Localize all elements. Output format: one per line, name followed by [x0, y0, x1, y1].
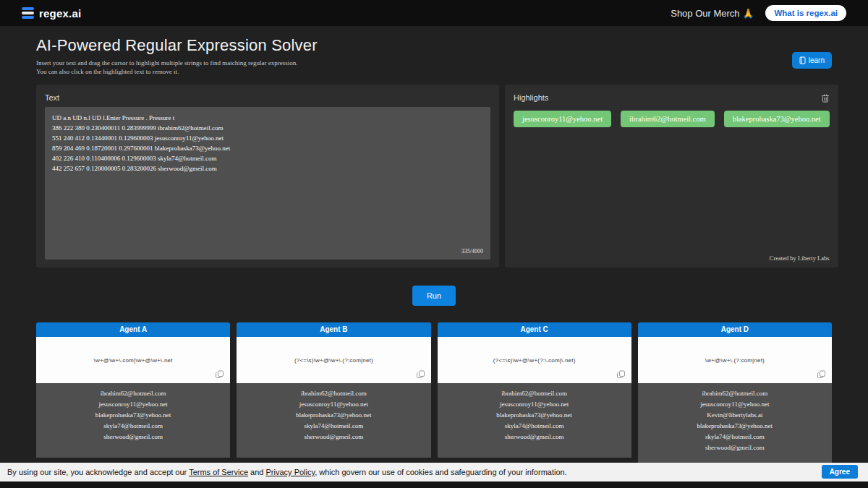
highlights-panel: Highlights jesusconroy11@yehoo.net ibrah… [505, 85, 838, 267]
highlights-panel-label: Highlights [514, 93, 548, 102]
match-result: skyla74@hotmeil.com [638, 432, 832, 442]
match-result: jesusconroy11@yehoo.net [237, 399, 430, 410]
agent-card-c: Agent C (?<=\s)\w+@\w+(?:\.com|\.net) ib… [438, 322, 631, 458]
agent-d-results: ibrahim62@hotmeil.com jesusconroy11@yeho… [638, 383, 832, 468]
logo-text: regex.ai [39, 7, 81, 20]
match-result: ibrahim62@hotmeil.com [438, 388, 631, 399]
run-row: Run [0, 286, 868, 306]
agent-b-results: ibrahim62@hotmeil.com jesusconroy11@yeho… [237, 383, 430, 458]
match-result: blakeprohaska73@yehoo.net [237, 410, 430, 421]
regex-ai-logo-icon [22, 7, 34, 19]
learn-button-label: learn [809, 56, 825, 64]
agent-d-regex: \w+@\w+\.(?:com|net) [705, 357, 765, 364]
bottom-strip [0, 481, 868, 488]
main-panels: Text UD a.n UD n.l UD l.Enter Pressure .… [36, 85, 832, 267]
agent-a-results: ibrahim62@hotmeil.com jesusconroy11@yeho… [36, 383, 230, 458]
highlight-chips: jesusconroy11@yehoo.net ibrahim62@hotmei… [514, 111, 830, 127]
intro-section: AI-Powered Regular Expression Solver Ins… [0, 26, 868, 76]
copy-regex-button[interactable] [817, 370, 826, 379]
topbar: regex.ai Shop Our Merch 🙏 What is regex.… [0, 0, 868, 26]
match-result: ibrahim62@hotmeil.com [36, 388, 230, 399]
clear-highlights-button[interactable] [821, 93, 830, 103]
text-line: 442 252 657 0.120000005 0.283200026 sher… [52, 163, 483, 174]
cookie-text: By using our site, you acknowledge and a… [7, 468, 567, 476]
match-result: skyla74@hotmeil.com [438, 421, 631, 432]
match-result: sherwood@gmeil.com [36, 432, 230, 442]
agent-b-regex: (?<=\s)\w+@\w+\.(?:com|net) [294, 357, 373, 364]
agent-d-regex-area: \w+@\w+\.(?:com|net) [638, 337, 832, 383]
copy-regex-button[interactable] [216, 370, 224, 379]
match-result: ibrahim62@hotmeil.com [638, 388, 832, 399]
agent-a-regex-area: \w+@\w+\.com|\w+@\w+\.net [36, 337, 230, 383]
text-line: 386 222 380 0.230400011 0.283999999 ibra… [52, 123, 483, 133]
cookie-text-after: , which govern our use of cookies and sa… [315, 468, 567, 476]
match-result: jesusconroy11@yehoo.net [638, 399, 832, 410]
agent-c-results: ibrahim62@hotmeil.com jesusconroy11@yeho… [438, 383, 631, 458]
match-result: Kevin@libertylabs.ai [638, 410, 832, 421]
text-line: 859 204 469 0.18720001 0.297600001 blake… [52, 143, 483, 153]
agent-a-title: Agent A [36, 322, 230, 337]
agent-b-title: Agent B [237, 322, 430, 337]
match-result: jesusconroy11@yehoo.net [438, 399, 631, 410]
topbar-right: Shop Our Merch 🙏 What is regex.ai [671, 5, 846, 21]
copy-regex-button[interactable] [617, 370, 626, 379]
match-result: sherwood@gmeil.com [638, 442, 832, 453]
text-input[interactable]: UD a.n UD n.l UD l.Enter Pressure . Pres… [45, 107, 490, 260]
privacy-policy-link[interactable]: Privacy Policy [266, 468, 315, 476]
highlight-chip[interactable]: ibrahim62@hotmeil.com [621, 111, 715, 127]
cookie-text-mid: and [248, 468, 265, 476]
what-is-regexai-button[interactable]: What is regex.ai [765, 5, 846, 21]
text-panel: Text UD a.n UD n.l UD l.Enter Pressure .… [36, 85, 499, 267]
run-button[interactable]: Run [412, 286, 456, 306]
terms-of-service-link[interactable]: Terms of Service [189, 468, 248, 476]
agent-card-d: Agent D \w+@\w+\.(?:com|net) ibrahim62@h… [638, 322, 832, 468]
char-count: 335/4000 [461, 247, 483, 257]
copy-icon [417, 370, 425, 379]
text-panel-label: Text [45, 93, 490, 102]
agent-d-title: Agent D [638, 322, 832, 337]
copy-icon [817, 370, 826, 379]
text-line: 402 226 410 0.110400006 0.129600003 skyl… [52, 153, 483, 163]
agent-card-b: Agent B (?<=\s)\w+@\w+\.(?:com|net) ibra… [237, 322, 430, 458]
highlight-chip[interactable]: jesusconroy11@yehoo.net [514, 111, 611, 127]
match-result: blakeprohaska73@yehoo.net [638, 421, 832, 432]
highlight-chip[interactable]: blakeprohaska73@yehoo.net [724, 111, 830, 127]
copy-icon [216, 370, 224, 379]
text-line: UD a.n UD n.l UD l.Enter Pressure . Pres… [52, 113, 483, 123]
agent-card-a: Agent A \w+@\w+\.com|\w+@\w+\.net ibrahi… [36, 322, 230, 458]
match-result: jesusconroy11@yehoo.net [36, 399, 230, 410]
text-line: 551 240 412 0.13440001 0.129600003 jesus… [52, 133, 483, 143]
credit-text: Created by Liberty Labs [770, 254, 830, 262]
agent-a-regex: \w+@\w+\.com|\w+@\w+\.net [94, 357, 173, 364]
match-result: sherwood@gmeil.com [237, 432, 430, 442]
agents-row: Agent A \w+@\w+\.com|\w+@\w+\.net ibrahi… [36, 322, 832, 468]
learn-button[interactable]: learn [792, 52, 832, 69]
book-icon [799, 56, 806, 64]
agent-c-regex: (?<=\s)\w+@\w+(?:\.com|\.net) [493, 357, 576, 364]
trash-icon [821, 93, 830, 103]
cookie-banner: By using our site, you acknowledge and a… [0, 463, 868, 481]
logo[interactable]: regex.ai [22, 7, 81, 20]
agent-c-regex-area: (?<=\s)\w+@\w+(?:\.com|\.net) [438, 337, 631, 383]
page-title: AI-Powered Regular Expression Solver [36, 36, 832, 55]
shop-merch-link[interactable]: Shop Our Merch 🙏 [671, 8, 754, 19]
agent-c-title: Agent C [438, 322, 631, 337]
copy-icon [617, 370, 626, 379]
match-result: sherwood@gmeil.com [438, 432, 631, 442]
agent-b-regex-area: (?<=\s)\w+@\w+\.(?:com|net) [237, 337, 430, 383]
match-result: blakeprohaska73@yehoo.net [36, 410, 230, 421]
match-result: skyla74@hotmeil.com [36, 421, 230, 432]
cookie-text-before: By using our site, you acknowledge and a… [7, 468, 189, 476]
subtitle-line-1: Insert your text and drag the cursor to … [36, 59, 832, 67]
copy-regex-button[interactable] [417, 370, 425, 379]
match-result: ibrahim62@hotmeil.com [237, 388, 430, 399]
agree-button[interactable]: Agree [822, 465, 858, 479]
match-result: blakeprohaska73@yehoo.net [438, 410, 631, 421]
subtitle-line-2: You can also click on the highlighted te… [36, 67, 832, 76]
match-result: skyla74@hotmeil.com [237, 421, 430, 432]
